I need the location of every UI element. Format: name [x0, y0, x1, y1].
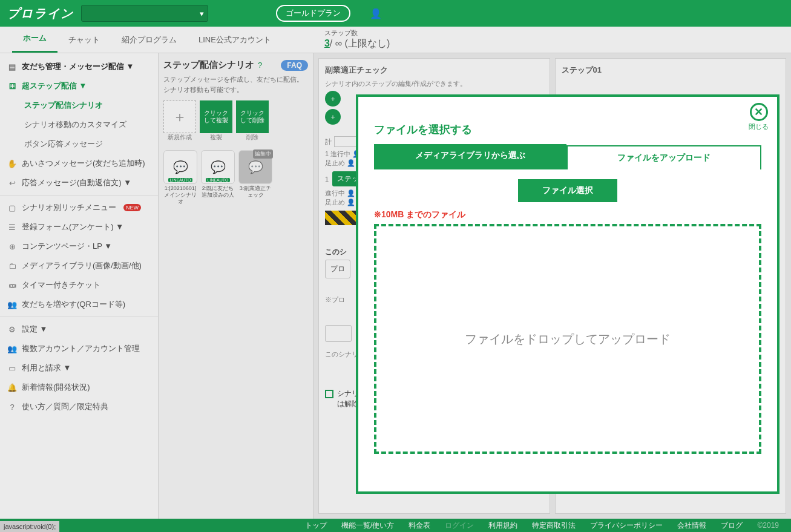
scenario-panel: ステップ配信シナリオ ? FAQ ステップメッセージを作成し、友だちに配信。シナ… — [159, 53, 313, 519]
footer-link-top[interactable]: トップ — [305, 521, 327, 531]
footer-link-blog[interactable]: ブログ — [721, 521, 743, 531]
sidebar-item-friends[interactable]: ▤友だち管理・メッセージ配信 ▼ — [0, 57, 158, 76]
footer-link-privacy[interactable]: プライバシーポリシー — [590, 521, 663, 531]
tab-chat[interactable]: チャット — [57, 27, 111, 53]
sidebar-item-rich-menu[interactable]: ▢シナリオ別リッチメニューNEW — [0, 198, 158, 217]
tab-media-library[interactable]: メディアライブラリから選ぶ — [374, 144, 566, 168]
card-icon: ▭ — [7, 364, 17, 373]
sidebar-item-news[interactable]: 🔔新着情報(開発状況) — [0, 378, 158, 397]
empty-select[interactable] — [325, 325, 352, 342]
phone-icon: ▢ — [7, 203, 17, 212]
status-bar: javascript:void(0); — [0, 521, 59, 532]
hierarchy-icon: ⚃ — [7, 82, 17, 91]
bell-icon: 🔔 — [7, 383, 17, 392]
footer-link-company[interactable]: 会社情報 — [677, 521, 706, 531]
list-icon: ☰ — [7, 223, 17, 232]
sidebar-item-timer-ticket[interactable]: 🎟タイマー付きチケット — [0, 275, 158, 295]
add-step-button[interactable]: ＋ — [325, 91, 341, 107]
drop-zone-text: ファイルをドロップしてアップロード — [465, 331, 671, 347]
close-label: 閉じる — [749, 122, 769, 131]
tab-line-official[interactable]: LINE公式アカウント — [188, 27, 282, 53]
help-icon[interactable]: ? — [258, 61, 262, 70]
sidebar-separator — [0, 317, 158, 317]
file-drop-zone[interactable]: ファイルをドロップしてアップロード — [374, 224, 761, 454]
sidebar-item-settings[interactable]: ⚙設定 ▼ — [0, 320, 158, 339]
scenario-detail-title: 副業適正チェック — [325, 65, 543, 76]
scenario-panel-subtitle: ステップメッセージを作成し、友だちに配信。シナリオ移動も可能です。 — [163, 74, 308, 94]
sidebar-item-forms[interactable]: ☰登録フォーム(アンケート) ▼ — [0, 217, 158, 237]
new-scenario-button[interactable]: ＋ — [163, 100, 196, 133]
modal-title: ファイルを選択する — [374, 122, 761, 137]
question-icon: ? — [7, 402, 17, 412]
reply-icon: ↩ — [7, 179, 17, 188]
sidebar-item-super-step[interactable]: ⚃超ステップ配信 ▼ — [0, 76, 158, 96]
nav-tabs: ホーム チャット 紹介プログラム LINE公式アカウント ステップ数 3/ ∞ … — [0, 27, 791, 53]
scenario-card-2-label: 2:既に友だち追加済みの人 — [201, 185, 235, 199]
step-count-limit: / ∞ (上限なし) — [330, 38, 390, 48]
delete-scenario-button[interactable]: クリックして削除 — [236, 100, 269, 133]
close-icon: ✕ — [750, 103, 768, 121]
modal-close-button[interactable]: ✕ 閉じる — [749, 103, 769, 131]
logo: プロライン — [7, 5, 74, 22]
copyright: ©2019 — [757, 521, 779, 530]
footer-link-login[interactable]: ログイン — [445, 521, 474, 531]
sidebar-separator — [0, 195, 158, 195]
gear-icon: ⚙ — [7, 325, 17, 334]
file-select-modal: ✕ 閉じる ファイルを選択する メディアライブラリから選ぶ ファイルをアップロー… — [356, 94, 780, 494]
account-select[interactable]: ▾ — [81, 5, 208, 22]
new-scenario-label: 新規作成 — [163, 133, 196, 142]
scenario-detail-desc: シナリオ内のステップの編集/作成ができます。 — [325, 79, 543, 88]
copy-scenario-button[interactable]: クリックして複製 — [200, 100, 232, 133]
sidebar-item-scenario-customize[interactable]: シナリオ移動のカスタマイズ — [0, 115, 158, 134]
sidebar-item-accounts[interactable]: 👥複数アカウント／アカウント管理 — [0, 339, 158, 358]
step-count: ステップ数 3/ ∞ (上限なし) — [324, 28, 390, 53]
scenario-card-3-label: 3:副業適正チェック — [238, 185, 272, 199]
tab-home[interactable]: ホーム — [12, 25, 57, 53]
footer-link-terms[interactable]: 利用規約 — [488, 521, 517, 531]
scenario-card-1[interactable]: 💬LINEAUTO — [163, 150, 197, 184]
user-icon[interactable]: 👤 — [370, 8, 382, 19]
delete-scenario-label: 削除 — [236, 133, 269, 142]
sidebar-item-greeting[interactable]: ✋あいさつメッセージ(友だち追加時) — [0, 154, 158, 173]
plan-badge[interactable]: ゴールドプラン — [276, 5, 350, 22]
copy-scenario-label: 複製 — [200, 133, 232, 142]
faq-badge[interactable]: FAQ — [281, 60, 308, 71]
folder-icon: 🗀 — [7, 261, 17, 271]
add-step-button-2[interactable]: ＋ — [325, 109, 341, 125]
footer-link-pricing[interactable]: 料金表 — [409, 521, 430, 531]
step-count-label: ステップ数 — [324, 28, 358, 38]
scenario-card-2[interactable]: 💬LINEAUTO — [201, 150, 235, 184]
ticket-icon: 🎟 — [7, 281, 17, 290]
wave-icon: ✋ — [7, 159, 17, 168]
new-badge: NEW — [123, 204, 141, 211]
sidebar-item-step-scenario[interactable]: ステップ配信シナリオ — [0, 96, 158, 115]
checkbox-icon — [325, 390, 333, 398]
footer: トップ 機能一覧/使い方 料金表 ログイン 利用規約 特定商取引法 プライバシー… — [0, 519, 791, 532]
sidebar-item-content-lp[interactable]: ⊕コンテンツページ・LP ▼ — [0, 237, 158, 256]
user-icon: ▤ — [7, 62, 17, 71]
sidebar-item-media-library[interactable]: 🗀メディアライブラリ(画像/動画/他) — [0, 256, 158, 275]
users-icon: 👥 — [7, 344, 17, 353]
step-count-num[interactable]: 3 — [324, 38, 330, 48]
tab-referral[interactable]: 紹介プログラム — [111, 27, 188, 53]
sidebar-item-button-response[interactable]: ボタン応答メッセージ — [0, 134, 158, 154]
footer-link-features[interactable]: 機能一覧/使い方 — [341, 521, 394, 531]
footer-link-commerce[interactable]: 特定商取引法 — [532, 521, 576, 531]
users-plus-icon: 👥 — [7, 300, 17, 309]
file-size-limit: ※10MB までのファイル — [374, 209, 761, 220]
scenario-panel-title: ステップ配信シナリオ — [163, 59, 254, 71]
select-input[interactable]: プロ — [325, 260, 350, 278]
topbar: プロライン ▾ ゴールドプラン 👤 — [0, 0, 791, 27]
step-detail-title: ステップ01 — [562, 65, 780, 76]
modal-tabs: メディアライブラリから選ぶ ファイルをアップロード — [374, 144, 761, 169]
scenario-card-1-label: 1:[20210601]メインシナリオ — [163, 185, 197, 205]
file-select-button[interactable]: ファイル選択 — [518, 179, 617, 202]
globe-icon: ⊕ — [7, 242, 17, 251]
sidebar: ▤友だち管理・メッセージ配信 ▼ ⚃超ステップ配信 ▼ ステップ配信シナリオ シ… — [0, 53, 159, 519]
sidebar-item-help[interactable]: ?使い方／質問／限定特典 — [0, 397, 158, 416]
sidebar-item-auto-reply[interactable]: ↩応答メッセージ(自動返信文) ▼ — [0, 173, 158, 192]
tab-file-upload[interactable]: ファイルをアップロード — [566, 145, 761, 169]
scenario-card-3[interactable]: 💬編集中 — [238, 150, 272, 184]
sidebar-item-billing[interactable]: ▭利用と請求 ▼ — [0, 358, 158, 378]
sidebar-item-grow-friends[interactable]: 👥友だちを増やす(QRコード等) — [0, 295, 158, 314]
